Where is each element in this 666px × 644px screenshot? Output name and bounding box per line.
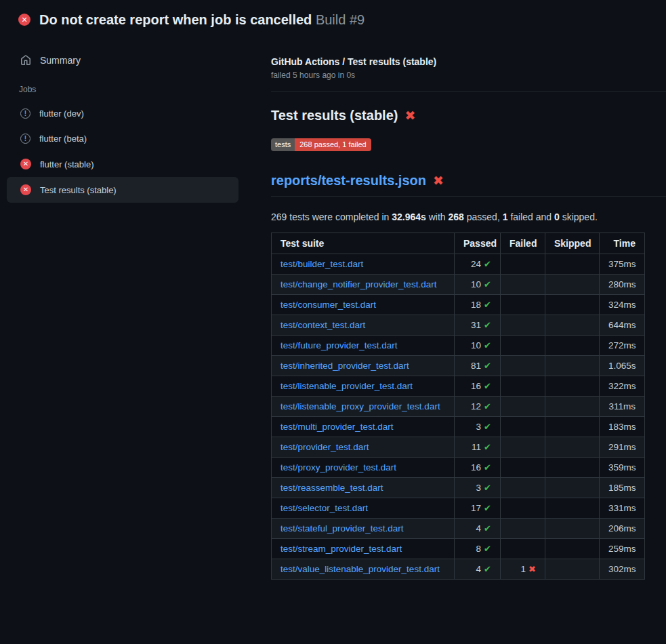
skipped-cell — [545, 336, 600, 356]
failed-status-icon: ✕ — [20, 184, 31, 195]
check-icon: ✔ — [484, 483, 491, 493]
table-row: test/selector_test.dart17✔331ms — [272, 498, 645, 519]
test-suite-cell: test/value_listenable_provider_test.dart — [272, 559, 455, 580]
passed-cell-value: 3 — [476, 422, 482, 432]
table-row: test/stateful_provider_test.dart4✔206ms — [272, 519, 645, 539]
report-file-link[interactable]: reports/test-results.json — [271, 173, 426, 188]
test-suite-link[interactable]: test/inherited_provider_test.dart — [280, 361, 409, 371]
test-suite-cell: test/stateful_provider_test.dart — [272, 519, 455, 539]
summary-text: failed and — [508, 212, 555, 222]
skipped-cell — [545, 417, 600, 437]
skipped-cell — [545, 559, 600, 580]
time-cell: 259ms — [600, 539, 645, 559]
passed-cell-value: 18 — [471, 300, 481, 310]
test-suite-link[interactable]: test/proxy_provider_test.dart — [280, 462, 396, 472]
test-suite-link[interactable]: test/listenable_provider_test.dart — [280, 381, 413, 391]
tests-badge: tests 268 passed, 1 failed — [271, 138, 371, 151]
test-suite-link[interactable]: test/selector_test.dart — [280, 503, 368, 513]
build-number: Build #9 — [316, 12, 365, 27]
passed-cell-value: 8 — [476, 544, 482, 554]
test-suite-link[interactable]: test/value_listenable_provider_test.dart — [280, 564, 440, 574]
skipped-cell — [545, 498, 600, 519]
failed-cell — [501, 417, 545, 437]
failed-cell — [501, 295, 545, 315]
sidebar-job-flutter-beta[interactable]: !flutter (beta) — [7, 126, 238, 151]
time-cell: 644ms — [600, 315, 645, 336]
failed-status-icon: ✕ — [20, 159, 31, 169]
table-row: test/listenable_provider_test.dart16✔322… — [272, 376, 645, 397]
skipped-cell — [545, 478, 600, 498]
sidebar-summary-label: Summary — [40, 55, 81, 66]
check-icon: ✔ — [484, 523, 491, 534]
test-suite-link[interactable]: test/builder_test.dart — [280, 259, 363, 269]
sidebar-item-summary[interactable]: Summary — [7, 48, 266, 73]
passed-cell-value: 10 — [471, 279, 481, 289]
passed-cell: 3✔ — [455, 417, 501, 437]
skipped-cell — [545, 458, 600, 478]
summary-passed-count: 268 — [449, 212, 464, 222]
breadcrumb: GitHub Actions / Test results (stable) — [271, 56, 666, 67]
skipped-cell — [545, 315, 600, 336]
time-cell: 1.065s — [600, 356, 645, 376]
time-cell: 324ms — [600, 295, 645, 315]
passed-cell: 10✔ — [455, 275, 501, 295]
table-row: test/inherited_provider_test.dart81✔1.06… — [272, 356, 645, 376]
time-cell: 206ms — [600, 519, 645, 539]
test-suite-cell: test/provider_test.dart — [272, 437, 455, 458]
passed-cell-value: 16 — [471, 381, 481, 391]
passed-cell-value: 17 — [471, 503, 481, 513]
passed-cell: 18✔ — [455, 295, 501, 315]
failed-cell — [501, 376, 545, 397]
skipped-cell — [545, 254, 600, 275]
test-suite-link[interactable]: test/provider_test.dart — [280, 442, 369, 452]
passed-cell: 12✔ — [455, 397, 501, 417]
table-row: test/reassemble_test.dart3✔185ms — [272, 478, 645, 498]
skipped-cell — [545, 519, 600, 539]
passed-cell-value: 3 — [476, 483, 482, 493]
test-suite-cell: test/reassemble_test.dart — [272, 478, 455, 498]
job-label: flutter (dev) — [39, 108, 84, 119]
neutral-status-icon: ! — [20, 108, 30, 119]
check-title-text: Test results (stable) — [271, 108, 398, 123]
test-suite-link[interactable]: test/multi_provider_test.dart — [280, 422, 394, 432]
test-suite-link[interactable]: test/future_provider_test.dart — [280, 340, 398, 350]
failed-cell — [501, 437, 545, 458]
test-suite-link[interactable]: test/change_notifier_provider_test.dart — [280, 279, 436, 289]
passed-cell: 4✔ — [455, 559, 501, 580]
sidebar-job-flutter-dev[interactable]: !flutter (dev) — [7, 101, 238, 126]
check-icon: ✔ — [484, 564, 491, 574]
passed-cell-value: 12 — [471, 401, 481, 411]
check-icon: ✔ — [484, 300, 491, 310]
check-icon: ✔ — [484, 422, 491, 432]
failed-cell: 1✖ — [501, 559, 545, 580]
test-suite-link[interactable]: test/stateful_provider_test.dart — [280, 523, 404, 534]
fail-x-icon: ✖ — [528, 564, 536, 574]
check-icon: ✔ — [484, 442, 491, 452]
jobs-list: !flutter (dev)!flutter (beta)✕flutter (s… — [7, 101, 266, 203]
run-title-line: Do not create report when job is cancell… — [39, 12, 365, 28]
failed-cell — [501, 315, 545, 336]
test-suite-link[interactable]: test/listenable_proxy_provider_test.dart — [280, 401, 440, 411]
main-content: GitHub Actions / Test results (stable) f… — [266, 36, 666, 580]
summary-text: with — [426, 212, 449, 222]
neutral-status-icon: ! — [20, 134, 30, 144]
test-suite-cell: test/multi_provider_test.dart — [272, 417, 455, 437]
sidebar-job-test-results-stable[interactable]: ✕Test results (stable) — [7, 177, 238, 203]
time-cell: 185ms — [600, 478, 645, 498]
test-suite-link[interactable]: test/reassemble_test.dart — [280, 483, 383, 493]
test-suite-link[interactable]: test/consumer_test.dart — [280, 300, 376, 310]
table-row: test/change_notifier_provider_test.dart1… — [272, 275, 645, 295]
time-cell: 302ms — [600, 559, 645, 580]
test-suite-cell: test/listenable_provider_test.dart — [272, 376, 455, 397]
test-suite-link[interactable]: test/stream_provider_test.dart — [280, 544, 402, 554]
divider — [271, 91, 666, 92]
passed-cell-value: 31 — [471, 320, 481, 330]
test-suite-cell: test/change_notifier_provider_test.dart — [272, 275, 455, 295]
sidebar-job-flutter-stable[interactable]: ✕flutter (stable) — [7, 151, 238, 177]
job-label: flutter (stable) — [40, 159, 93, 169]
check-icon: ✔ — [484, 361, 491, 371]
skipped-cell — [545, 356, 600, 376]
test-suite-link[interactable]: test/context_test.dart — [280, 320, 365, 330]
table-header-row: Test suite Passed Failed Skipped Time — [272, 233, 645, 254]
check-icon: ✔ — [484, 544, 491, 554]
